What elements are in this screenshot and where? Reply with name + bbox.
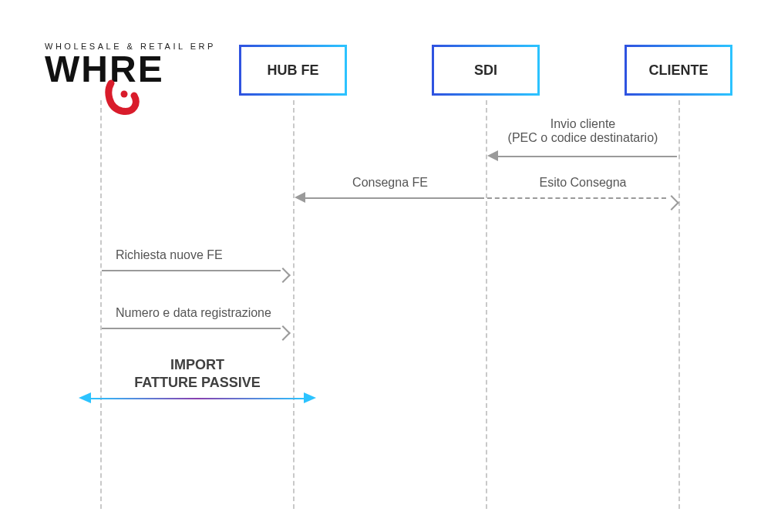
logo-part1: WH bbox=[45, 49, 109, 89]
where-logo: WHOLESALE & RETAIL ERP WH RE bbox=[45, 42, 216, 86]
arrow-consegna-fe bbox=[305, 197, 484, 199]
arrowhead-import-left bbox=[79, 392, 91, 403]
arrowhead-import-right bbox=[304, 392, 316, 403]
logo-wordmark: WH RE bbox=[45, 52, 216, 86]
sequence-diagram: WHOLESALE & RETAIL ERP WH RE HUB FE SDI … bbox=[0, 0, 771, 532]
arrow-import-bidirectional bbox=[91, 398, 304, 399]
arrowhead-invio-cliente bbox=[487, 150, 498, 161]
lifeline-where bbox=[100, 100, 102, 509]
msg-invio-cliente: Invio cliente (PEC o codice destinatario… bbox=[487, 117, 678, 145]
msg-esito-consegna: Esito Consegna bbox=[487, 176, 678, 190]
actor-sdi: SDI bbox=[432, 45, 540, 96]
msg-numero-data: Numero e data registrazione bbox=[102, 306, 293, 320]
arrowhead-esito-consegna bbox=[664, 195, 679, 210]
arrow-richiesta-nuove bbox=[102, 270, 281, 271]
arrowhead-consegna-fe bbox=[295, 192, 305, 203]
actor-cliente: CLIENTE bbox=[625, 45, 732, 96]
lifeline-hub bbox=[293, 100, 295, 509]
arrow-numero-data bbox=[102, 328, 281, 329]
msg-richiesta-nuove: Richiesta nuove FE bbox=[102, 248, 293, 262]
label-import-fatture: IMPORT FATTURE PASSIVE bbox=[102, 356, 293, 392]
arrow-invio-cliente bbox=[498, 156, 677, 157]
arrow-esito-consegna bbox=[487, 197, 666, 199]
actor-hub-fe: HUB FE bbox=[239, 45, 347, 96]
lifeline-sdi bbox=[486, 100, 487, 509]
lifeline-cliente bbox=[678, 100, 680, 509]
svg-point-0 bbox=[120, 91, 127, 98]
msg-consegna-fe: Consegna FE bbox=[295, 176, 486, 190]
